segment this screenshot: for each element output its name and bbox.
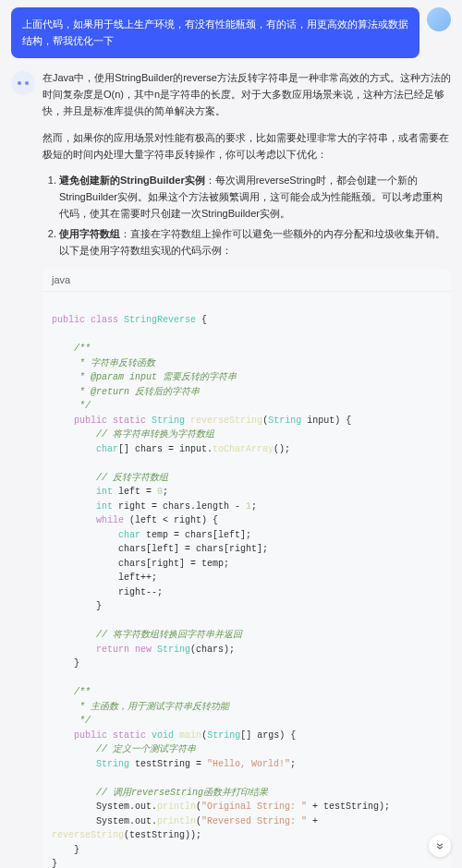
bot-avatar [11,71,35,95]
scroll-to-bottom-button[interactable] [429,835,451,857]
bot-message-row: 在Java中，使用StringBuilder的reverse方法反转字符串是一种… [11,69,451,868]
code-lang-label: java [43,269,451,292]
code-body[interactable]: public class StringReverse { /** * 字符串反转… [43,292,451,868]
list-item: 使用字符数组：直接在字符数组上操作可以避免一些额外的内存分配和垃圾收集开销。以下… [59,225,451,259]
bot-para-1: 在Java中，使用StringBuilder的reverse方法反转字符串是一种… [43,69,451,119]
user-message-row: 上面代码，如果用于线上生产环境，有没有性能瓶颈，有的话，用更高效的算法或数据结构… [11,7,451,58]
user-avatar[interactable] [427,7,451,31]
optimization-list: 避免创建新的StringBuilder实例：每次调用reverseString时… [43,172,451,259]
bot-para-2: 然而，如果你的应用场景对性能有极高的要求，比如需要处理非常大的字符串，或者需要在… [43,129,451,163]
chevron-double-down-icon [434,840,445,851]
list-item: 避免创建新的StringBuilder实例：每次调用reverseString时… [59,172,451,222]
code-block: java public class StringReverse { /** * … [43,269,451,868]
user-message-text: 上面代码，如果用于线上生产环境，有没有性能瓶颈，有的话，用更高效的算法或数据结构… [11,7,419,58]
